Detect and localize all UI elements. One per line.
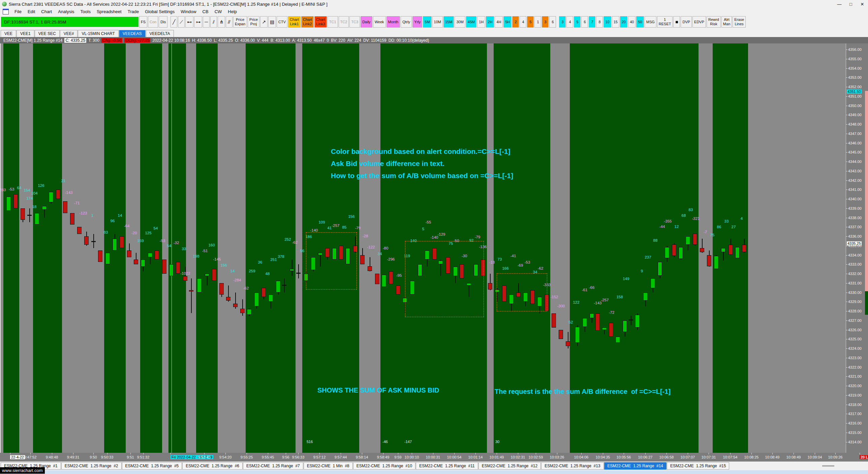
horizontal-line-icon[interactable]: ─: [203, 16, 210, 28]
chartbook-tab-vl-15min-chart[interactable]: VL-15MIN CHART: [78, 30, 118, 37]
6-button[interactable]: 6: [549, 16, 556, 28]
horizontal-scrollbar[interactable]: [822, 465, 834, 467]
parallel-channel-icon[interactable]: ⫻: [226, 16, 232, 28]
price-scale[interactable]: 4356.004355.004354.004353.004352.004351.…: [846, 43, 868, 453]
chart-tab-esm22-cme-1-min-8[interactable]: ESM22-CME 1 Min #8: [304, 462, 353, 470]
10-button[interactable]: 10: [603, 16, 611, 28]
week-button[interactable]: Week: [373, 16, 386, 28]
fan-lines-icon[interactable]: ⋔: [218, 16, 225, 28]
price-expan-button[interactable]: Price Expan: [233, 16, 247, 28]
qtrly-button[interactable]: Qtrly: [401, 16, 412, 28]
chart-link3-button[interactable]: Chart Link3: [314, 16, 327, 28]
10m-button[interactable]: 10M: [432, 16, 443, 28]
menu-item-edit[interactable]: Edit: [25, 9, 38, 14]
month-button[interactable]: Month: [386, 16, 400, 28]
multi-trendline-icon[interactable]: ⫽: [210, 16, 217, 28]
5m-button[interactable]: 5M: [423, 16, 431, 28]
menu-item-trade[interactable]: Trade: [125, 9, 142, 14]
menu-item-analysis[interactable]: Analysis: [55, 9, 77, 14]
maximize-button[interactable]: □: [845, 0, 857, 8]
chart-tab-esm22-cme-1-25-range-5[interactable]: ESM22-CME 1.25 Range #5: [122, 462, 182, 470]
40-button[interactable]: 40: [628, 16, 636, 28]
text-note-icon[interactable]: ▤: [268, 16, 276, 28]
menu-item-help[interactable]: Help: [225, 9, 240, 14]
20-button[interactable]: 20: [620, 16, 627, 28]
3-button[interactable]: 3: [542, 16, 549, 28]
yrly-button[interactable]: Yrly: [412, 16, 422, 28]
horizontal-segment-icon[interactable]: ⊶: [194, 16, 202, 28]
square-icon[interactable]: ■: [673, 16, 680, 28]
chartbook-tab-vee[interactable]: VEE#: [60, 30, 78, 37]
4-button[interactable]: 4: [520, 16, 526, 28]
edvp-button[interactable]: EDVP: [692, 16, 706, 28]
tc1-button[interactable]: TC1: [328, 16, 338, 28]
pointer-arrow-icon[interactable]: ↗: [260, 16, 268, 28]
tc3-button[interactable]: TC3: [349, 16, 360, 28]
menu-item-cw[interactable]: CW: [212, 9, 225, 14]
1-reset-button[interactable]: 1 RESET: [657, 16, 673, 28]
45m-button[interactable]: 45M: [466, 16, 476, 28]
5-button[interactable]: 5: [574, 16, 581, 28]
3-button[interactable]: 3: [559, 16, 566, 28]
6-button[interactable]: 6: [581, 16, 588, 28]
ray-icon[interactable]: ⟋: [178, 16, 185, 28]
close-button[interactable]: ✕: [857, 0, 868, 8]
chart-tab-esm22-cme-1-25-range-6[interactable]: ESM22-CME 1.25 Range #6: [182, 462, 243, 470]
chart-tab-esm22-cme-1-25-range-12[interactable]: ESM22-CME 1.25 Range #12: [478, 462, 541, 470]
chart-tab-esm22-cme-1-25-range-15[interactable]: ESM22-CME 1.25 Range #15: [667, 462, 729, 470]
menu-item-file[interactable]: File: [11, 9, 25, 14]
daily-button[interactable]: Daily: [361, 16, 372, 28]
menu-item-chart[interactable]: Chart: [38, 9, 55, 14]
1h-button[interactable]: 1H: [477, 16, 485, 28]
dis-button[interactable]: Dis: [159, 16, 167, 28]
1-button[interactable]: 1: [534, 16, 541, 28]
chartbook-tab-vee[interactable]: VEE: [1, 30, 16, 37]
4h-button[interactable]: 4H: [495, 16, 503, 28]
2-button[interactable]: 2: [512, 16, 519, 28]
7-button[interactable]: 7: [589, 16, 595, 28]
erase-lines-button[interactable]: Erase Lines: [733, 16, 746, 28]
chart-tab-esm22-cme-1-25-range-14[interactable]: ESM22-CME 1.25 Range #14: [604, 462, 666, 470]
30m-button[interactable]: 30M: [455, 16, 465, 28]
candlestick-chart[interactable]: -283-53641541041261741821-143-71-1231839…: [0, 43, 846, 453]
chart-link2-button[interactable]: Chart Link2: [301, 16, 314, 28]
chart-link1-button[interactable]: Chart Link1: [288, 16, 301, 28]
line-segment-icon[interactable]: ⊷: [185, 16, 193, 28]
time-tick: [688, 453, 688, 454]
5-button[interactable]: 5: [527, 16, 534, 28]
alrt-man-button[interactable]: Alrt Man: [721, 16, 732, 28]
chartbook-tab-veedelta[interactable]: VEEDELTA: [146, 30, 174, 37]
chartbook-tab-veedeas[interactable]: VEEDEAS: [119, 30, 146, 37]
chart-tab-esm22-cme-1-25-range-2[interactable]: ESM22-CME 1.25 Range #2: [61, 462, 122, 470]
msg-button[interactable]: MSG: [645, 16, 656, 28]
menu-item-window[interactable]: Window: [178, 9, 199, 14]
price-proj-button[interactable]: Price Proj: [248, 16, 259, 28]
15-button[interactable]: 15: [612, 16, 619, 28]
tc2-button[interactable]: TC2: [339, 16, 349, 28]
chart-tab-esm22-cme-1-25-range-11[interactable]: ESM22-CME 1.25 Range #11: [416, 462, 478, 470]
8-button[interactable]: 8: [596, 16, 603, 28]
minimize-button[interactable]: —: [834, 0, 845, 8]
rewrd-risk-button[interactable]: Rewrd Risk: [707, 16, 721, 28]
5h-button[interactable]: 5H: [503, 16, 512, 28]
chartbook-tab-vee-sec[interactable]: VEE SEC: [35, 30, 60, 37]
con-button[interactable]: Con: [148, 16, 158, 28]
time-axis[interactable]: 22-4-229:47:529:48:489:49:319:509:50:339…: [0, 453, 868, 462]
chart-tab-esm22-cme-1-25-range-10[interactable]: ESM22-CME 1.25 Range #10: [353, 462, 415, 470]
2h-button[interactable]: 2H: [486, 16, 494, 28]
chartbook-tab-vee1[interactable]: VEE1: [17, 30, 34, 37]
trendline-icon[interactable]: ╱: [170, 16, 177, 28]
chart-tab-esm22-cme-1-25-range-7[interactable]: ESM22-CME 1.25 Range #7: [243, 462, 303, 470]
50-button[interactable]: 50: [636, 16, 644, 28]
chart-tab-esm22-cme-1-25-range-13[interactable]: ESM22-CME 1.25 Range #13: [541, 462, 603, 470]
fs-button[interactable]: FS: [139, 16, 147, 28]
dvp-button[interactable]: DVP: [681, 16, 692, 28]
app-icon: [2, 2, 7, 6]
menu-item-global-settings[interactable]: Global Settings: [142, 9, 178, 14]
ctv-button[interactable]: CTV: [277, 16, 287, 28]
4-button[interactable]: 4: [566, 16, 573, 28]
menu-item-spreadsheet[interactable]: Spreadsheet: [94, 9, 125, 14]
15m-button[interactable]: 15M: [443, 16, 454, 28]
menu-item-cb[interactable]: CB: [199, 9, 212, 14]
menu-item-tools[interactable]: Tools: [78, 9, 94, 14]
